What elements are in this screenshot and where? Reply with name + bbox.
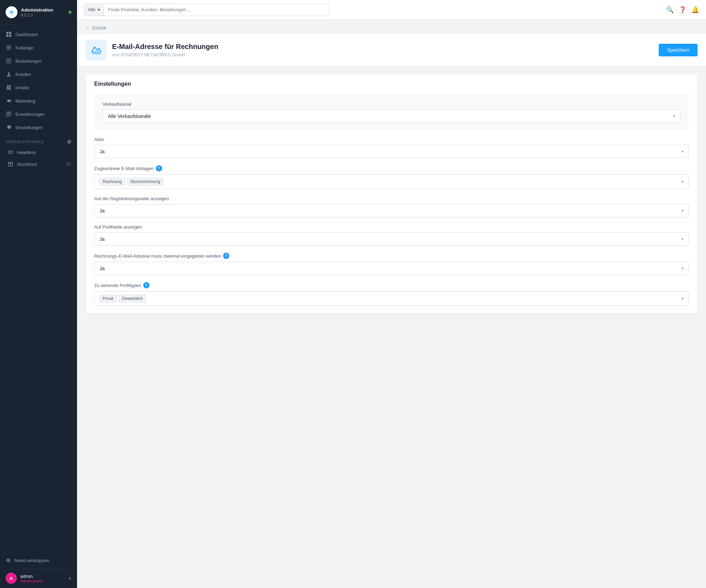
search-type-dropdown[interactable]: Alle ▾ <box>84 4 104 16</box>
user-role: Administrator <box>20 579 43 583</box>
sidebar-item-headless[interactable]: Headless <box>0 146 77 158</box>
storefront-icon <box>8 161 13 167</box>
tag-privat: Privat <box>99 295 117 302</box>
user-info: A admin Administrator ∧ <box>6 569 71 584</box>
search-wrapper: Alle ▾ <box>84 4 329 16</box>
svg-rect-2 <box>9 32 11 34</box>
profiltypen-label: Zu sehende Profiltypen ? <box>94 282 689 288</box>
sidebar-item-erweiterungen[interactable]: Erweiterungen <box>0 107 77 121</box>
plugin-title: E-Mail-Adresse für Rechnungen <box>112 43 653 51</box>
chevron-down-icon: ▾ <box>681 179 684 184</box>
field-profilseite: Auf Profilseite anzeigen Ja ▾ <box>94 224 689 246</box>
svg-point-12 <box>68 163 69 165</box>
field-zweimal: Rechnungs-E-Mail-Adresse muss zweimal ei… <box>94 253 689 275</box>
plugin-header: E-Mail-Adresse für Rechnungen von SYNERG… <box>77 34 706 66</box>
field-registrierung: Auf der Registrierungsseite anzeigen Ja … <box>94 196 689 217</box>
settings-icon <box>6 124 12 131</box>
zweimal-label: Rechnungs-E-Mail-Adresse muss zweimal ei… <box>94 253 689 259</box>
plugin-logo <box>85 40 106 61</box>
profiltypen-help-icon[interactable]: ? <box>143 282 150 288</box>
notifications-icon[interactable]: 🔔 <box>691 6 699 14</box>
app-version: 6.5.7.3 <box>21 13 53 17</box>
field-aktiv: Aktiv Ja ▾ <box>94 137 689 158</box>
email-vorlagen-select[interactable]: Rechnung Stornorechnung ▾ <box>94 174 689 189</box>
svg-rect-8 <box>9 112 11 114</box>
user-name: admin <box>20 574 43 579</box>
sidebar-item-dashboard[interactable]: Dashboard <box>0 28 77 41</box>
verkaufskanal-label: Verkaufskanal <box>103 102 680 107</box>
verkaufskanal-section: Verkaufskanal Alle Verkaufskanäle ▾ <box>94 94 689 130</box>
help-icon[interactable]: ❓ <box>679 6 686 14</box>
field-verkaufskanal: Verkaufskanal Alle Verkaufskanäle ▾ <box>103 102 680 123</box>
tag-rechnung: Rechnung <box>99 178 125 186</box>
sidebar-item-inhalte[interactable]: Inhalte <box>0 81 77 94</box>
topbar: Alle ▾ 🔍 ❓ 🔔 <box>77 0 706 20</box>
search-icon[interactable]: 🔍 <box>666 6 674 14</box>
tag-gewerblich: Gewerblich <box>119 295 146 302</box>
sidebar-item-marketing[interactable]: Marketing <box>0 94 77 107</box>
zweimal-select[interactable]: Ja ▾ <box>94 262 689 275</box>
save-button[interactable]: Speichern <box>659 44 698 56</box>
aktiv-label: Aktiv <box>94 137 689 142</box>
chevron-down-icon: ▾ <box>681 208 684 213</box>
sidebar-item-storefront[interactable]: Storefront <box>0 158 77 170</box>
collapse-menu-button[interactable]: Menü einklappen <box>6 555 71 566</box>
sidebar: Administration 6.5.7.3 Dashboard Katalog… <box>0 0 77 588</box>
sidebar-item-kataloge[interactable]: Kataloge <box>0 41 77 54</box>
user-chevron-icon[interactable]: ∧ <box>68 576 71 581</box>
main-nav: Dashboard Kataloge Bestellungen Kunden I… <box>0 25 77 550</box>
chevron-down-icon: ▾ <box>681 149 684 154</box>
svg-rect-4 <box>9 35 11 37</box>
sidebar-header: Administration 6.5.7.3 <box>0 0 77 25</box>
headless-icon <box>8 149 13 155</box>
svg-rect-1 <box>6 32 8 34</box>
search-input[interactable] <box>104 7 329 12</box>
main-content: Alle ▾ 🔍 ❓ 🔔 ← Zurück <box>77 0 706 588</box>
registrierung-label: Auf der Registrierungsseite anzeigen <box>94 196 689 201</box>
sidebar-footer: Menü einklappen A admin Administrator ∧ <box>0 550 77 588</box>
dashboard-icon <box>6 31 12 37</box>
back-button[interactable]: ← Zurück <box>77 20 706 34</box>
topbar-icons: 🔍 ❓ 🔔 <box>666 6 699 14</box>
dropdown-chevron-icon: ▾ <box>98 7 100 12</box>
svg-rect-9 <box>7 114 8 116</box>
chevron-down-icon: ▾ <box>681 237 684 241</box>
svg-rect-3 <box>6 35 8 37</box>
tag-stornorechnung: Stornorechnung <box>127 178 163 186</box>
aktiv-select[interactable]: Ja ▾ <box>94 145 689 158</box>
svg-rect-10 <box>8 151 12 154</box>
chevron-down-icon: ▾ <box>673 114 675 119</box>
chevron-down-icon: ▾ <box>681 296 684 301</box>
avatar: A <box>6 573 17 584</box>
collapse-icon <box>6 558 11 563</box>
customers-icon <box>6 71 12 77</box>
plugin-info: E-Mail-Adresse für Rechnungen von SYNERG… <box>112 43 653 57</box>
back-arrow-icon: ← <box>85 25 90 30</box>
content-icon <box>6 84 12 91</box>
status-dot <box>69 11 71 14</box>
visibility-icon[interactable] <box>66 161 71 167</box>
profilseite-label: Auf Profilseite anzeigen <box>94 224 689 230</box>
add-sales-channel-button[interactable]: ⊕ <box>67 138 72 145</box>
sidebar-item-bestellungen[interactable]: Bestellungen <box>0 54 77 68</box>
sidebar-item-kunden[interactable]: Kunden <box>0 68 77 81</box>
page-content: ← Zurück E-Mail-Adresse für Rechnungen v… <box>77 20 706 588</box>
settings-title: Einstellungen <box>86 74 697 94</box>
registrierung-select[interactable]: Ja ▾ <box>94 204 689 217</box>
svg-rect-7 <box>7 112 8 114</box>
profiltypen-select[interactable]: Privat Gewerblich ▾ <box>94 291 689 306</box>
sales-channels-section: Verkaufskanäle ⊕ <box>0 134 77 146</box>
field-profiltypen: Zu sehende Profiltypen ? Privat Gewerbli… <box>94 282 689 306</box>
zweimal-help-icon[interactable]: ? <box>223 253 229 259</box>
email-vorlagen-help-icon[interactable]: ? <box>156 165 162 172</box>
verkaufskanal-select[interactable]: Alle Verkaufskanäle ▾ <box>103 110 680 123</box>
sidebar-item-einstellungen[interactable]: Einstellungen <box>0 121 77 134</box>
extensions-icon <box>6 111 12 117</box>
svg-point-6 <box>8 72 9 74</box>
plugin-vendor: von SYNERGY NETWORKS GmbH <box>112 52 653 57</box>
profilseite-select[interactable]: Ja ▾ <box>94 232 689 246</box>
settings-card: Einstellungen Verkaufskanal Alle Verkauf… <box>85 74 698 313</box>
settings-wrapper: Einstellungen Verkaufskanal Alle Verkauf… <box>77 66 706 320</box>
email-vorlagen-label: Zugeordnete E-Mail-Vorlagen ? <box>94 165 689 172</box>
marketing-icon <box>6 98 12 104</box>
